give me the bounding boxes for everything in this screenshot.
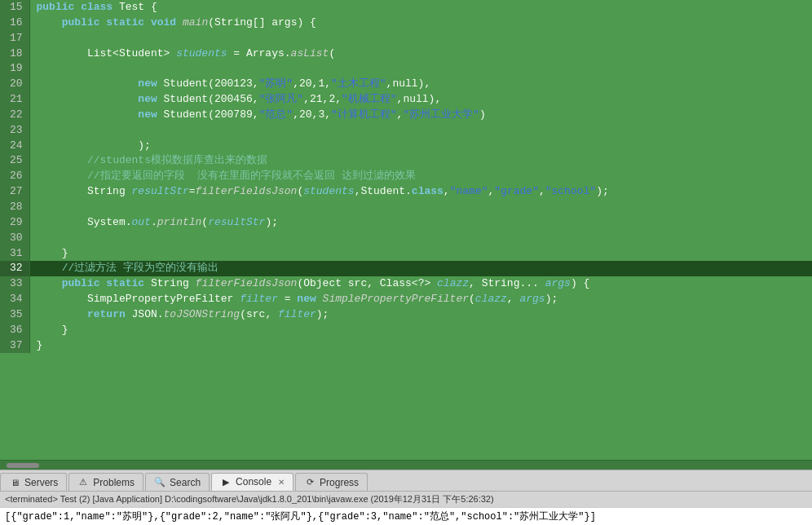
line-number: 24 — [0, 139, 29, 154]
table-row: 27 String resultStr=filterFieldsJson(stu… — [0, 184, 812, 200]
code-line: SimplePropertyPreFilter filter = new Sim… — [29, 292, 812, 307]
code-line: //指定要返回的字段 没有在里面的字段就不会返回 达到过滤的效果 — [29, 169, 812, 184]
tab-progress[interactable]: ⟳ Progress — [295, 473, 368, 491]
line-number: 37 — [0, 338, 29, 354]
progress-icon: ⟳ — [304, 477, 316, 488]
line-number: 35 — [0, 307, 29, 323]
table-row: 30 — [0, 231, 812, 246]
tab-console-close[interactable]: ✕ — [278, 478, 285, 487]
table-row: 20 new Student(200123,"苏明",20,1,"土木工程",n… — [0, 77, 812, 92]
table-row: 32 //过滤方法 字段为空的没有输出 — [0, 261, 812, 276]
code-line: } — [29, 338, 812, 354]
line-number: 30 — [0, 231, 29, 246]
tab-servers[interactable]: 🖥 Servers — [0, 473, 67, 491]
output-text: [{"grade":1,"name":"苏明"},{"grade":2,"nam… — [5, 510, 596, 523]
code-editor: 15 public class Test { 16 public static … — [0, 0, 812, 460]
console-icon: ▶ — [220, 476, 232, 488]
table-row: 24 ); — [0, 139, 812, 154]
code-line — [29, 61, 812, 77]
tab-search-label: Search — [170, 477, 201, 488]
status-bar: <terminated> Test (2) [Java Application]… — [0, 491, 812, 507]
table-row: 35 return JSON.toJSONString(src, filter)… — [0, 307, 812, 323]
line-number: 26 — [0, 169, 29, 184]
code-line — [29, 231, 812, 246]
output-bar: [{"grade":1,"name":"苏明"},{"grade":2,"nam… — [0, 507, 812, 525]
line-number: 15 — [0, 0, 29, 15]
code-line: } — [29, 246, 812, 262]
code-line: ); — [29, 139, 812, 154]
status-text: <terminated> Test (2) [Java Application]… — [5, 493, 494, 505]
code-line: return JSON.toJSONString(src, filter); — [29, 307, 812, 323]
line-number: 20 — [0, 77, 29, 92]
horizontal-scrollbar[interactable] — [0, 460, 812, 470]
line-number: 19 — [0, 61, 29, 77]
table-row: 29 System.out.println(resultStr); — [0, 215, 812, 231]
code-line: } — [29, 323, 812, 338]
table-row: 21 new Student(200456,"张阿凡",21,2,"机械工程",… — [0, 92, 812, 108]
line-number: 31 — [0, 246, 29, 262]
table-row: 33 public static String filterFieldsJson… — [0, 276, 812, 292]
tab-servers-label: Servers — [24, 477, 58, 488]
tab-bar: 🖥 Servers ⚠ Problems 🔍 Search ▶ Console … — [0, 470, 812, 491]
server-icon: 🖥 — [9, 477, 20, 488]
code-line: String resultStr=filterFieldsJson(studen… — [29, 184, 812, 200]
line-number: 33 — [0, 276, 29, 292]
line-number: 18 — [0, 46, 29, 62]
code-table: 15 public class Test { 16 public static … — [0, 0, 812, 353]
line-number: 34 — [0, 292, 29, 307]
code-line: new Student(200456,"张阿凡",21,2,"机械工程",nul… — [29, 92, 812, 108]
warning-icon: ⚠ — [77, 477, 89, 488]
code-line: public static void main(String[] args) { — [29, 15, 812, 31]
table-row: 19 — [0, 61, 812, 77]
line-number: 16 — [0, 15, 29, 31]
code-line — [29, 200, 812, 215]
code-line: public static String filterFieldsJson(Ob… — [29, 276, 812, 292]
code-line: //students模拟数据库查出来的数据 — [29, 153, 812, 169]
code-line — [29, 31, 812, 46]
table-row: 22 new Student(200789,"范总",20,3,"计算机工程",… — [0, 108, 812, 123]
table-row: 25 //students模拟数据库查出来的数据 — [0, 153, 812, 169]
table-row: 23 — [0, 123, 812, 139]
tab-problems[interactable]: ⚠ Problems — [68, 473, 143, 491]
line-number: 29 — [0, 215, 29, 231]
line-number: 21 — [0, 92, 29, 108]
tab-progress-label: Progress — [320, 477, 359, 488]
table-row: 15 public class Test { — [0, 0, 812, 15]
line-number: 22 — [0, 108, 29, 123]
code-line — [29, 123, 812, 139]
tab-console-label: Console — [236, 476, 271, 488]
code-line: new Student(200123,"苏明",20,1,"土木工程",null… — [29, 77, 812, 92]
table-row: 37 } — [0, 338, 812, 354]
line-number: 28 — [0, 200, 29, 215]
tab-search[interactable]: 🔍 Search — [145, 473, 210, 491]
table-row: 18 List<Student> students = Arrays.asLis… — [0, 46, 812, 62]
table-row: 17 — [0, 31, 812, 46]
code-line: //过滤方法 字段为空的没有输出 — [29, 261, 812, 276]
table-row: 28 — [0, 200, 812, 215]
code-line: new Student(200789,"范总",20,3,"计算机工程","苏州… — [29, 108, 812, 123]
table-row: 26 //指定要返回的字段 没有在里面的字段就不会返回 达到过滤的效果 — [0, 169, 812, 184]
code-line: System.out.println(resultStr); — [29, 215, 812, 231]
tab-console[interactable]: ▶ Console ✕ — [211, 473, 293, 491]
line-number: 17 — [0, 31, 29, 46]
line-number: 32 — [0, 261, 29, 276]
scroll-thumb[interactable] — [7, 463, 39, 468]
table-row: 16 public static void main(String[] args… — [0, 15, 812, 31]
search-icon: 🔍 — [154, 477, 165, 488]
line-number: 23 — [0, 123, 29, 139]
table-row: 36 } — [0, 323, 812, 338]
table-row: 34 SimplePropertyPreFilter filter = new … — [0, 292, 812, 307]
table-row: 31 } — [0, 246, 812, 262]
code-line: public class Test { — [29, 0, 812, 15]
line-number: 25 — [0, 153, 29, 169]
line-number: 36 — [0, 323, 29, 338]
code-line: List<Student> students = Arrays.asList( — [29, 46, 812, 62]
line-number: 27 — [0, 184, 29, 200]
tab-problems-label: Problems — [93, 477, 135, 488]
